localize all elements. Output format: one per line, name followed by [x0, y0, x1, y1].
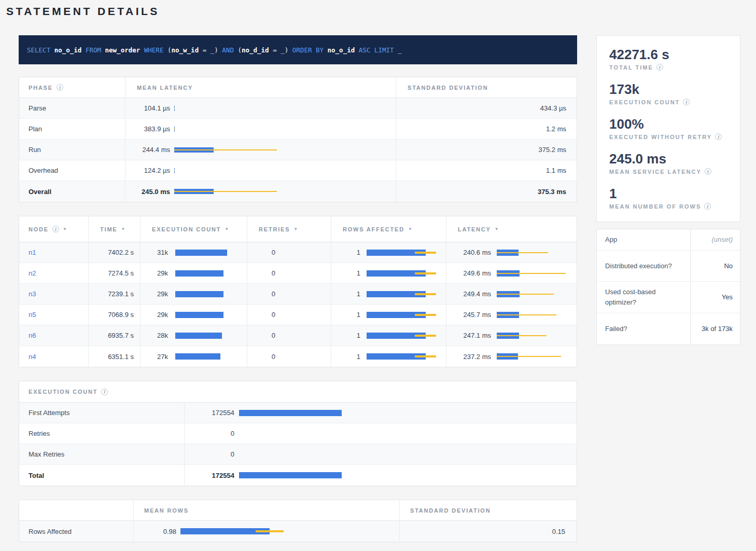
detail-label: Used cost-based optimizer?	[597, 282, 690, 313]
node-link[interactable]: n3	[29, 290, 36, 298]
retries-value: 0	[257, 249, 275, 256]
latency-column-header[interactable]: LATENCY ▼	[446, 216, 577, 242]
bar-fill	[175, 312, 223, 318]
exec-row-value: 172554	[189, 472, 234, 479]
node-link[interactable]: n4	[29, 353, 36, 361]
sql-text: SELECT no_o_id FROM new_order WHERE (no_…	[27, 46, 402, 54]
exec-row-value: 172554	[189, 409, 234, 417]
phase-name: Run	[29, 146, 41, 154]
rows-affected-value: 1	[341, 332, 360, 339]
side-column: 42271.6 s TOTAL TIMEi 173k EXECUTION COU…	[596, 35, 740, 551]
detail-row-cost-based-optimizer: Used cost-based optimizer? Yes	[597, 282, 740, 313]
info-icon[interactable]: i	[705, 168, 711, 175]
execution-count-value: 29k	[150, 290, 168, 298]
detail-row-distributed-execution: Distributed execution? No	[597, 251, 740, 282]
phase-column-label: PHASE	[29, 85, 53, 91]
standard-deviation-value: 375.2 ms	[539, 146, 566, 154]
mean-latency-value: 124.2 µs	[136, 167, 170, 174]
info-icon[interactable]: i	[101, 389, 108, 395]
exec-row-label: First Attempts	[29, 409, 69, 417]
rows-affected-column-header[interactable]: ROWS AFFECTED ▼	[331, 216, 446, 242]
sort-desc-icon[interactable]: ▼	[408, 227, 412, 231]
rows-affected-row: Rows Affected 0.98 0.15	[19, 521, 577, 542]
exec-row-label: Max Retries	[29, 450, 64, 458]
bar-whisker	[497, 294, 554, 295]
sort-desc-icon[interactable]: ▼	[63, 227, 67, 231]
execution-count-value: 31k	[150, 249, 168, 256]
retries-value: 0	[257, 332, 275, 339]
execution-count-bar	[175, 353, 244, 360]
execution-count-table-title: EXECUTION COUNT i	[19, 381, 108, 402]
latency-bar	[174, 127, 278, 132]
bar-whisker	[497, 273, 566, 274]
mean-rows-value: 0.98	[144, 528, 176, 535]
time-column-header[interactable]: TIME ▼	[89, 216, 141, 242]
time-value: 7274.5 s	[108, 269, 134, 277]
execution-count-column-label: EXECUTION COUNT	[152, 226, 221, 232]
latency-value: 247.1 ms	[456, 332, 491, 339]
sort-desc-icon[interactable]: ▼	[293, 227, 298, 231]
node-link[interactable]: n2	[29, 269, 36, 277]
bar-whisker	[174, 191, 277, 192]
latency-bar	[174, 189, 278, 194]
execution-count-column-header[interactable]: EXECUTION COUNT ▼	[141, 216, 247, 242]
execution-count-bar	[239, 431, 575, 437]
phase-name: Parse	[29, 104, 46, 112]
info-icon[interactable]: i	[715, 133, 722, 140]
node-row-n6: n6 6935.7 s 28k 0 1 247.1 ms	[19, 325, 577, 346]
time-column-label: TIME	[100, 226, 117, 232]
info-icon[interactable]: i	[57, 84, 63, 91]
mean-latency-value: 383.9 µs	[136, 125, 170, 133]
detail-value: (unset)	[690, 229, 740, 250]
info-icon[interactable]: i	[52, 226, 59, 232]
bar-whisker	[174, 129, 175, 130]
info-icon[interactable]: i	[683, 99, 690, 105]
bar-whisker	[415, 272, 436, 274]
sort-desc-icon[interactable]: ▼	[225, 227, 229, 231]
detail-row-failed: Failed? 3k of 173k	[597, 313, 740, 345]
bar-whisker	[497, 252, 548, 253]
node-row-n3: n3 7239.1 s 29k 0 1 249.4 ms	[19, 284, 577, 305]
execution-count-value: 29k	[150, 311, 168, 319]
statement-details-page: STATEMENT DETAILS SELECT no_o_id FROM ne…	[0, 5, 756, 551]
sort-desc-icon[interactable]: ▼	[121, 227, 125, 231]
rows-affected-value: 1	[341, 249, 360, 256]
sql-statement-box: SELECT no_o_id FROM new_order WHERE (no_…	[19, 35, 577, 64]
info-icon[interactable]: i	[656, 64, 663, 71]
bar-whisker	[497, 335, 547, 336]
retries-column-header[interactable]: RETRIES ▼	[247, 216, 331, 242]
node-link[interactable]: n6	[29, 332, 36, 339]
execution-count-bar	[239, 472, 575, 478]
node-row-n1: n1 7402.2 s 31k 0 1 240.6 ms	[19, 242, 577, 263]
node-link[interactable]: n1	[29, 249, 36, 256]
execution-count-table-header: EXECUTION COUNT i	[19, 381, 577, 403]
node-column-header[interactable]: NODE i ▼	[19, 216, 89, 242]
node-link[interactable]: n5	[29, 311, 36, 319]
retries-value: 0	[257, 290, 275, 298]
exec-row-label: Retries	[29, 430, 50, 437]
latency-bar	[497, 270, 573, 277]
mean-latency-value: 104.1 µs	[136, 104, 170, 112]
sort-desc-icon[interactable]: ▼	[495, 227, 499, 231]
rows-affected-bar	[367, 270, 442, 277]
details-card: App (unset) Distributed execution? No Us…	[596, 229, 740, 345]
bar-whisker	[497, 314, 556, 315]
execution-count-bar	[175, 312, 244, 318]
rows-affected-bar	[367, 291, 442, 297]
time-value: 7402.2 s	[108, 249, 134, 256]
info-icon[interactable]: i	[704, 203, 711, 210]
latency-bar	[497, 291, 573, 297]
node-row-n2: n2 7274.5 s 29k 0 1 249.6 ms	[19, 263, 577, 284]
standard-deviation-column-label: STANDARD DEVIATION	[410, 507, 491, 514]
execution-count-bar	[239, 451, 575, 458]
stat-value: 245.0 ms	[609, 151, 727, 167]
stat-label: MEAN NUMBER OF ROWS	[609, 203, 701, 210]
stat-label: EXECUTED WITHOUT RETRY	[609, 134, 712, 140]
latency-column-label: LATENCY	[458, 226, 491, 232]
execution-count-table: EXECUTION COUNT i First Attempts 172554 …	[19, 381, 577, 486]
bar-whisker	[415, 355, 436, 357]
latency-bar	[497, 333, 573, 339]
exec-row-label: Total	[29, 472, 44, 479]
phase-name: Overall	[29, 188, 51, 196]
execution-count-bar	[175, 270, 244, 277]
